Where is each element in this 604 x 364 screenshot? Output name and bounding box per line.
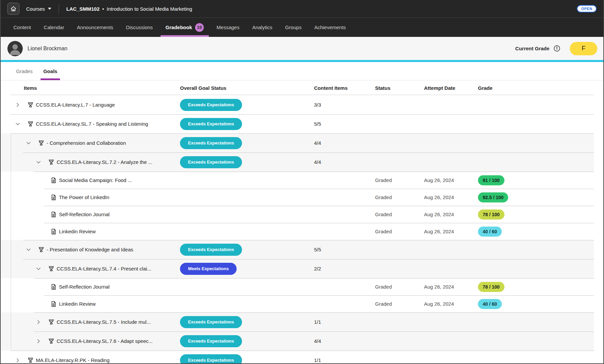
nav-tab-calendar[interactable]: Calendar xyxy=(44,18,64,37)
course-name: Introduction to Social Media Marketing xyxy=(107,6,192,12)
courses-dropdown[interactable]: Courses xyxy=(26,6,51,12)
info-icon[interactable] xyxy=(553,45,560,52)
chevron-right-icon[interactable] xyxy=(15,102,21,108)
chevron-right-icon[interactable] xyxy=(36,338,42,344)
row-label: Self-Reflection Journal xyxy=(59,284,110,290)
goal-icon xyxy=(27,121,34,127)
goal-status-pill: Exceeds Expectations xyxy=(180,99,242,111)
row-label: The Power of LinkedIn xyxy=(59,194,109,200)
chevron-down-icon[interactable] xyxy=(26,140,32,146)
indent-guide xyxy=(11,312,11,331)
gradebook-count-badge: 10 xyxy=(195,23,204,32)
course-nav: ContentCalendarAnnouncementsDiscussionsG… xyxy=(1,17,603,37)
grade-pill: 40 / 60 xyxy=(478,227,502,237)
chevron-down-icon[interactable] xyxy=(36,159,42,165)
document-icon xyxy=(50,177,57,184)
nav-tab-label: Achievements xyxy=(314,24,346,30)
goal-icon xyxy=(27,357,34,364)
content-items-count: 4/4 xyxy=(314,159,321,165)
grade-pill: 78 / 100 xyxy=(478,209,504,220)
content-items-count: 4/4 xyxy=(314,140,321,146)
attempt-date: Aug 26, 2024 xyxy=(424,284,454,290)
home-icon xyxy=(10,5,17,12)
nav-tab-label: Calendar xyxy=(44,24,64,30)
content-items-count: 1/1 xyxy=(314,319,321,325)
document-icon xyxy=(50,284,57,290)
row-label: Linkedin Review xyxy=(59,301,96,307)
goal-row[interactable]: CCSS.ELA-Literacy.L.7 - LanguageExceeds … xyxy=(1,95,594,114)
goal-status-pill: Exceeds Expectations xyxy=(180,354,242,364)
chevron-down-icon[interactable] xyxy=(36,266,42,272)
grade-pill: 78 / 100 xyxy=(478,282,504,292)
content-item-row: Linkedin ReviewGradedAug 26, 202440 / 60 xyxy=(1,223,594,240)
breadcrumb-dot: • xyxy=(102,6,104,12)
column-header-status: Status xyxy=(375,85,424,91)
status-value: Graded xyxy=(375,194,392,200)
indent-guide xyxy=(11,259,11,278)
goal-row[interactable]: - Presentation of Knowledge and IdeasExc… xyxy=(1,240,594,259)
goal-row[interactable]: MA.ELA-Literacy.R.PK - ReadingExceeds Ex… xyxy=(1,351,594,363)
row-label: CCSS.ELA-Literacy.SL.7 - Speaking and Li… xyxy=(36,121,148,127)
indent-guide xyxy=(11,189,11,206)
content-item-row: Linkedin ReviewGradedAug 26, 202440 / 60 xyxy=(1,295,594,312)
overall-grade-pill: F xyxy=(570,42,597,55)
document-icon xyxy=(50,211,57,218)
chevron-down-icon[interactable] xyxy=(26,247,32,253)
goal-icon xyxy=(48,159,55,166)
nav-tab-achievements[interactable]: Achievements xyxy=(314,18,346,37)
nav-tab-label: Content xyxy=(13,24,31,30)
goal-row[interactable]: CCSS.ELA-Literacy.SL.7.5 - Include mul..… xyxy=(1,312,594,331)
goal-status-pill: Exceeds Expectations xyxy=(180,244,242,256)
goal-status-pill: Exceeds Expectations xyxy=(180,118,242,130)
nav-tab-gradebook[interactable]: Gradebook10 xyxy=(166,18,204,37)
goal-row[interactable]: CCSS.ELA-Literacy.SL.7.4 - Present clai.… xyxy=(1,259,594,278)
nav-tab-messages[interactable]: Messages xyxy=(217,18,239,37)
nav-tab-analytics[interactable]: Analytics xyxy=(252,18,272,37)
goal-row[interactable]: CCSS.ELA-Literacy.SL.7.6 - Adapt speec..… xyxy=(1,331,594,351)
course-open-badge[interactable]: OPEN xyxy=(577,5,597,12)
attempt-date: Aug 26, 2024 xyxy=(424,211,454,217)
attempt-date: Aug 26, 2024 xyxy=(424,177,454,183)
topbar-divider xyxy=(59,4,59,13)
nav-tab-label: Analytics xyxy=(252,24,272,30)
goals-table: ItemsOverall Goal StatusContent ItemsSta… xyxy=(1,80,594,363)
goal-row[interactable]: CCSS.ELA-Literacy.SL.7 - Speaking and Li… xyxy=(1,114,594,133)
row-label: CCSS.ELA-Literacy.SL.7.6 - Adapt speec..… xyxy=(57,338,153,344)
content-items-count: 4/4 xyxy=(314,338,321,344)
subtab-label: Goals xyxy=(43,68,57,74)
current-grade-label: Current Grade xyxy=(515,46,549,51)
course-code: LAC_SMM102 xyxy=(66,6,100,12)
goal-row[interactable]: - Comprehension and CollaborationExceeds… xyxy=(1,133,594,153)
tab-grades[interactable]: Grades xyxy=(16,62,33,80)
attempt-date: Aug 26, 2024 xyxy=(424,229,454,234)
chevron-right-icon[interactable] xyxy=(36,319,42,325)
document-icon xyxy=(50,301,57,307)
nav-tab-groups[interactable]: Groups xyxy=(285,18,301,37)
goal-status-pill: Meets Expectations xyxy=(180,263,237,275)
content-items-count: 5/5 xyxy=(314,121,321,127)
indent-guide xyxy=(11,223,11,240)
tab-goals[interactable]: Goals xyxy=(43,62,57,80)
nav-tab-label: Messages xyxy=(217,24,239,30)
row-label: - Presentation of Knowledge and Ideas xyxy=(47,247,133,252)
status-value: Graded xyxy=(375,301,392,307)
chevron-down-icon[interactable] xyxy=(15,121,21,127)
content-item-row: Social Media Campaign: Food ...GradedAug… xyxy=(1,172,594,189)
attempt-date: Aug 26, 2024 xyxy=(424,301,454,307)
top-bar: Courses LAC_SMM102 • Introduction to Soc… xyxy=(1,0,603,17)
chevron-right-icon[interactable] xyxy=(15,357,21,363)
indent-guide xyxy=(11,278,11,295)
home-button[interactable] xyxy=(7,3,19,15)
goal-status-pill: Exceeds Expectations xyxy=(180,137,242,149)
content-item-row: Self-Reflection JournalGradedAug 26, 202… xyxy=(1,206,594,223)
status-value: Graded xyxy=(375,177,392,183)
goal-row[interactable]: CCSS.ELA-Literacy.SL.7.2 - Analyze the .… xyxy=(1,153,594,172)
nav-tab-announcements[interactable]: Announcements xyxy=(77,18,113,37)
column-header-attempt-date: Attempt Date xyxy=(424,85,478,91)
nav-tab-content[interactable]: Content xyxy=(13,18,31,37)
column-header-grade: Grade xyxy=(478,85,594,91)
grade-pill: 92.5 / 100 xyxy=(478,192,508,202)
column-header-items: Items xyxy=(1,85,180,91)
nav-tab-discussions[interactable]: Discussions xyxy=(126,18,153,37)
nav-tab-label: Gradebook xyxy=(166,24,192,30)
